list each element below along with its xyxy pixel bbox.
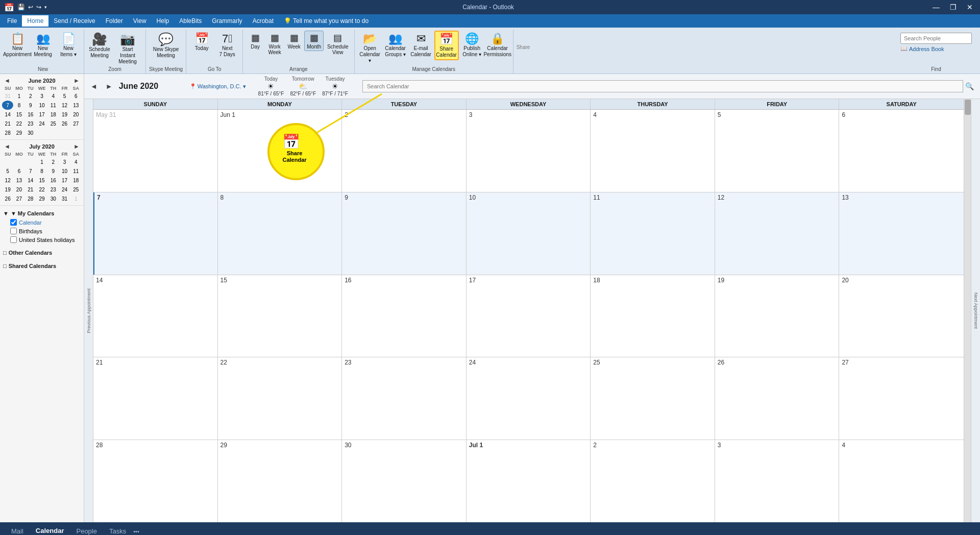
open-calendar-button[interactable]: 📂 OpenCalendar ▾: [358, 31, 382, 65]
next-7-days-button[interactable]: 7⃣ Next7 Days: [215, 31, 239, 59]
day-26[interactable]: 26: [715, 357, 840, 440]
new-skype-meeting-button[interactable]: 💬 New SkypeMeeting: [151, 31, 181, 60]
new-appointment-button[interactable]: 📋 NewAppointment: [5, 31, 30, 59]
day-23[interactable]: 23: [342, 357, 467, 440]
day-jun1[interactable]: Jun 1: [218, 110, 342, 192]
day-7[interactable]: 7: [93, 192, 218, 275]
mini-day[interactable]: 6: [13, 166, 24, 176]
day-30[interactable]: 30: [342, 440, 467, 522]
work-week-button[interactable]: ▦ WorkWeek: [265, 31, 284, 57]
quick-access-redo[interactable]: ↪: [36, 4, 41, 11]
day-6[interactable]: 6: [839, 110, 964, 192]
mini-day[interactable]: 19: [59, 110, 70, 119]
day-jul3[interactable]: 3: [715, 440, 840, 522]
email-calendar-button[interactable]: ✉ E-mailCalendar: [409, 31, 433, 59]
share-calendar-button[interactable]: 📅 ShareCalendar: [434, 31, 459, 60]
day-13[interactable]: 13: [839, 192, 964, 275]
mini-day[interactable]: 5: [59, 91, 70, 101]
mini-day[interactable]: 10: [59, 166, 70, 176]
mini-day[interactable]: [2, 157, 13, 166]
day-15[interactable]: 15: [218, 275, 342, 357]
next-appointment-sidebar[interactable]: Next Appointment: [971, 99, 980, 522]
day-25[interactable]: 25: [591, 357, 715, 440]
mini-day[interactable]: 14: [2, 110, 13, 119]
new-meeting-button[interactable]: 👥 NewMeeting: [31, 31, 55, 59]
prev-appointment-sidebar[interactable]: Previous Appointment: [84, 99, 93, 522]
menu-view[interactable]: View: [128, 15, 152, 27]
mini-day[interactable]: 1: [70, 194, 82, 203]
publish-online-button[interactable]: 🌐 PublishOnline ▾: [460, 31, 484, 59]
day-10[interactable]: 10: [467, 192, 591, 275]
mini-day[interactable]: 20: [13, 185, 24, 194]
day-jul4[interactable]: 4: [839, 440, 964, 522]
day-jul2[interactable]: 2: [591, 440, 715, 522]
day-view-button[interactable]: ▦ Day: [246, 31, 264, 51]
mini-day[interactable]: [13, 157, 24, 166]
mini-day[interactable]: 23: [25, 119, 36, 128]
mini-day[interactable]: 20: [70, 110, 82, 119]
mini-day[interactable]: [36, 128, 47, 137]
mini-day[interactable]: [47, 128, 59, 137]
cal-checkbox-us-holidays[interactable]: [10, 236, 17, 243]
mini-day[interactable]: 25: [70, 185, 82, 194]
cal-checkbox-calendar[interactable]: [10, 219, 17, 226]
other-calendars-header[interactable]: □ Other Calendars: [2, 248, 82, 257]
mini-day[interactable]: 15: [13, 110, 24, 119]
vertical-scrollbar[interactable]: [964, 99, 971, 522]
mini-day[interactable]: 10: [36, 101, 47, 110]
mini-day[interactable]: 14: [25, 176, 36, 185]
menu-folder[interactable]: Folder: [101, 15, 128, 27]
mini-day[interactable]: 30: [47, 194, 59, 203]
mini-day[interactable]: 7: [25, 166, 36, 176]
my-calendars-header[interactable]: ▼ ▼ My Calendars: [2, 209, 82, 218]
schedule-meeting-button[interactable]: 🎥 ScheduleMeeting: [87, 31, 112, 60]
day-may31[interactable]: May 31: [93, 110, 218, 192]
mini-day[interactable]: 5: [2, 166, 13, 176]
day-27[interactable]: 27: [839, 357, 964, 440]
cal-item-birthdays[interactable]: Birthdays: [2, 227, 82, 235]
mini-day[interactable]: 16: [47, 176, 59, 185]
day-24[interactable]: 24: [467, 357, 591, 440]
mini-day[interactable]: 11: [70, 166, 82, 176]
mini-day[interactable]: 12: [59, 101, 70, 110]
menu-tell-me[interactable]: 💡 Tell me what you want to do: [279, 15, 374, 27]
mini-day[interactable]: 26: [2, 194, 13, 203]
day-14[interactable]: 14: [93, 275, 218, 357]
mini-day[interactable]: [70, 128, 82, 137]
restore-button[interactable]: ❐: [947, 3, 960, 11]
tab-people[interactable]: People: [71, 525, 102, 535]
mini-day[interactable]: 19: [2, 185, 13, 194]
mini-day[interactable]: 11: [47, 101, 59, 110]
cal-item-us-holidays[interactable]: United States holidays: [2, 235, 82, 244]
mini-day[interactable]: 18: [47, 110, 59, 119]
mini-day[interactable]: 9: [25, 101, 36, 110]
mini-day[interactable]: 24: [36, 119, 47, 128]
day-16[interactable]: 16: [342, 275, 467, 357]
calendar-search-input[interactable]: [362, 80, 963, 92]
menu-home[interactable]: Home: [22, 15, 48, 27]
quick-access-dropdown[interactable]: ▾: [44, 5, 47, 10]
shared-calendars-header[interactable]: □ Shared Calendars: [2, 261, 82, 271]
scrollbar-thumb[interactable]: [965, 100, 971, 115]
menu-ablebits[interactable]: AbleBits: [174, 15, 207, 27]
cal-checkbox-birthdays[interactable]: [10, 228, 17, 234]
minimize-button[interactable]: —: [929, 3, 943, 11]
mini-day[interactable]: 21: [25, 185, 36, 194]
menu-acrobat[interactable]: Acrobat: [248, 15, 279, 27]
mini-day[interactable]: 16: [25, 110, 36, 119]
day-17[interactable]: 17: [467, 275, 591, 357]
mini-day[interactable]: 6: [70, 91, 82, 101]
calendar-groups-button[interactable]: 👥 CalendarGroups ▾: [383, 31, 408, 59]
month-view-button[interactable]: ▦ Month: [304, 31, 324, 51]
new-items-button[interactable]: 📄 NewItems ▾: [56, 31, 81, 59]
mini-day[interactable]: 30: [25, 128, 36, 137]
mini-day[interactable]: 13: [13, 176, 24, 185]
day-12[interactable]: 12: [715, 192, 840, 275]
day-jul1[interactable]: Jul 1: [467, 440, 591, 522]
mini-day[interactable]: 31: [59, 194, 70, 203]
mini-day[interactable]: 12: [2, 176, 13, 185]
mini-day[interactable]: [59, 128, 70, 137]
day-11[interactable]: 11: [591, 192, 715, 275]
mini-day[interactable]: 2: [25, 91, 36, 101]
mini-day[interactable]: 26: [59, 119, 70, 128]
